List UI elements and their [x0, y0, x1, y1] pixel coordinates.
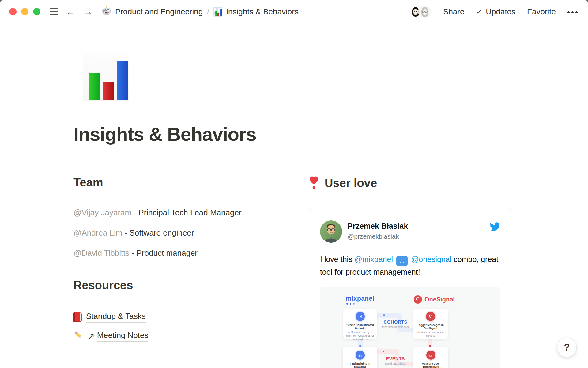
- breadcrumb-workspace[interactable]: Product and Engineering: [102, 6, 203, 17]
- bar-chart-icon: [356, 351, 365, 360]
- mixpanel-mention-link[interactable]: @mixpanel: [355, 255, 393, 263]
- page-title[interactable]: Insights & Behaviors: [74, 123, 256, 145]
- team-members: @Vijay Jayaram - Principal Tech Lead Man…: [74, 206, 280, 259]
- close-window-button[interactable]: [9, 8, 17, 15]
- twitter-bird-icon[interactable]: [490, 220, 500, 232]
- divider: [74, 201, 280, 201]
- resources-heading: Resources: [74, 278, 280, 292]
- page-icon-bar-chart[interactable]: [83, 53, 129, 101]
- user-mention[interactable]: @David Tibbitts: [74, 248, 129, 258]
- minimize-window-button[interactable]: [21, 8, 28, 15]
- topbar: ← →: [0, 0, 588, 23]
- breadcrumb-page-label: Insights & Behaviors: [226, 7, 299, 17]
- onesignal-bell-icon: [414, 295, 422, 304]
- resource-link-row: ↗ Meeting Notes: [74, 330, 280, 342]
- favorite-button[interactable]: Favorite: [527, 7, 556, 17]
- avatar[interactable]: [418, 5, 432, 18]
- line-chart-icon: [426, 351, 435, 360]
- events-label: EVENTS (send and clicks): [377, 356, 414, 365]
- diagram-card-create-cohorts: Create Sophisticated Cohorts in Mixpanel…: [343, 309, 377, 339]
- user-love-heading: User love: [325, 176, 377, 190]
- pencil-icon: [74, 330, 84, 342]
- check-icon: ✓: [476, 7, 483, 17]
- forward-arrow-icon[interactable]: →: [83, 7, 93, 17]
- user-mention[interactable]: @Andrea Lim: [74, 228, 122, 237]
- mixpanel-logo: mixpanel: [346, 295, 374, 305]
- left-column: Team @Vijay Jayaram - Principal Tech Lea…: [74, 175, 280, 349]
- team-member: @Vijay Jayaram - Principal Tech Lead Man…: [74, 206, 280, 219]
- breadcrumb-workspace-label: Product and Engineering: [115, 7, 203, 17]
- bell-icon: [426, 312, 435, 321]
- tweet-media-image[interactable]: mixpanel OneSignal »: [320, 287, 500, 368]
- document-icon: [356, 312, 365, 321]
- diagram-card-trigger-messages: Trigger Messages in OneSignal when users…: [413, 309, 448, 339]
- sidebar-toggle-icon[interactable]: [50, 8, 58, 15]
- more-options-icon[interactable]: [567, 10, 578, 13]
- resource-link-row: Standup & Tasks: [74, 312, 280, 323]
- bar-chart-icon: [213, 7, 222, 17]
- viewer-avatars: [409, 5, 432, 18]
- tweet-author-handle[interactable]: @przemekblasiak: [348, 233, 408, 240]
- heart-exclamation-icon: [309, 175, 319, 191]
- updates-label: Updates: [486, 7, 515, 17]
- diagram-card-find-insights: Find Insights in Mixpanel with powerful …: [343, 347, 377, 368]
- onesignal-mention-link[interactable]: @onesignal: [411, 255, 451, 263]
- updates-button[interactable]: ✓ Updates: [476, 7, 515, 17]
- breadcrumb-separator: /: [207, 7, 209, 16]
- share-button[interactable]: Share: [443, 7, 464, 17]
- red-book-icon: [74, 312, 82, 322]
- fullscreen-window-button[interactable]: [33, 8, 40, 15]
- external-link-arrow-icon: ↗: [88, 332, 95, 341]
- breadcrumb-page[interactable]: Insights & Behaviors: [213, 7, 299, 17]
- tweet-author-avatar[interactable]: [320, 220, 342, 243]
- left-right-arrow-icon: ↔: [396, 256, 408, 266]
- help-button[interactable]: ?: [557, 338, 577, 357]
- cohorts-label: COHORTS (one-time or dynamic): [377, 319, 414, 328]
- divider: [74, 304, 280, 304]
- team-heading: Team: [74, 175, 280, 190]
- team-member: @David Tibbitts - Product manager: [74, 247, 280, 259]
- meeting-notes-link[interactable]: Meeting Notes: [97, 331, 149, 342]
- user-mention[interactable]: @Vijay Jayaram: [74, 208, 131, 217]
- tweet-embed[interactable]: Przemek Błasiak @przemekblasiak I love t…: [309, 209, 511, 368]
- tweet-author-name[interactable]: Przemek Błasiak: [348, 222, 408, 231]
- window-controls: [9, 8, 40, 15]
- standup-tasks-link[interactable]: Standup & Tasks: [86, 312, 146, 323]
- robot-icon: [102, 6, 111, 17]
- diagram-card-measure-engagement: Measure User Engagement with messages, t…: [413, 347, 448, 368]
- onesignal-logo: OneSignal: [414, 295, 455, 304]
- breadcrumb: Product and Engineering / Insights & Beh…: [102, 6, 299, 17]
- right-column: User love: [309, 175, 511, 368]
- topbar-actions: Share ✓ Updates Favorite: [409, 5, 578, 18]
- notion-window: ← →: [0, 0, 588, 368]
- back-arrow-icon[interactable]: ←: [66, 7, 75, 17]
- team-member: @Andrea Lim - Software engineer: [74, 227, 280, 239]
- tweet-text: I love this @mixpanel ↔ @onesignal combo…: [320, 253, 501, 278]
